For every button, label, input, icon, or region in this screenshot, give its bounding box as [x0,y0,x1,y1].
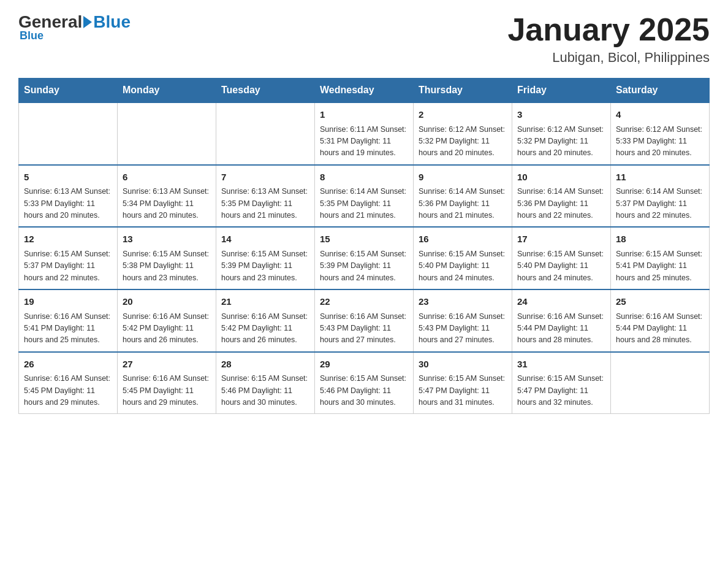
week-row-5: 26Sunrise: 6:16 AM Sunset: 5:45 PM Dayli… [19,352,710,414]
calendar-cell: 27Sunrise: 6:16 AM Sunset: 5:45 PM Dayli… [118,352,216,414]
calendar-cell [118,102,216,165]
calendar-cell: 29Sunrise: 6:15 AM Sunset: 5:46 PM Dayli… [315,352,414,414]
calendar-header-thursday: Thursday [414,79,512,103]
calendar-cell: 5Sunrise: 6:13 AM Sunset: 5:33 PM Daylig… [19,165,118,228]
week-row-1: 1Sunrise: 6:11 AM Sunset: 5:31 PM Daylig… [19,102,710,165]
day-info: Sunrise: 6:16 AM Sunset: 5:44 PM Dayligh… [517,311,605,347]
day-number: 24 [517,295,605,309]
day-number: 10 [517,170,605,185]
day-info: Sunrise: 6:15 AM Sunset: 5:41 PM Dayligh… [616,248,704,284]
calendar-header-friday: Friday [512,79,611,103]
day-info: Sunrise: 6:12 AM Sunset: 5:32 PM Dayligh… [517,124,605,159]
day-info: Sunrise: 6:15 AM Sunset: 5:40 PM Dayligh… [517,248,605,284]
calendar-table: SundayMondayTuesdayWednesdayThursdayFrid… [18,78,710,414]
calendar-cell: 30Sunrise: 6:15 AM Sunset: 5:47 PM Dayli… [414,352,512,414]
day-info: Sunrise: 6:16 AM Sunset: 5:42 PM Dayligh… [123,311,211,347]
day-info: Sunrise: 6:15 AM Sunset: 5:37 PM Dayligh… [24,248,112,284]
day-number: 18 [616,232,704,247]
calendar-cell: 19Sunrise: 6:16 AM Sunset: 5:41 PM Dayli… [19,289,118,352]
day-info: Sunrise: 6:16 AM Sunset: 5:45 PM Dayligh… [24,373,112,408]
day-info: Sunrise: 6:12 AM Sunset: 5:32 PM Dayligh… [419,124,507,159]
day-number: 9 [419,170,507,185]
day-number: 15 [320,232,408,247]
calendar-cell: 4Sunrise: 6:12 AM Sunset: 5:33 PM Daylig… [611,102,710,165]
day-number: 5 [24,170,112,185]
day-number: 25 [616,295,704,309]
week-row-4: 19Sunrise: 6:16 AM Sunset: 5:41 PM Dayli… [19,289,710,352]
day-number: 22 [320,295,408,309]
day-number: 30 [419,358,507,372]
day-info: Sunrise: 6:14 AM Sunset: 5:36 PM Dayligh… [517,186,605,221]
calendar-cell: 26Sunrise: 6:16 AM Sunset: 5:45 PM Dayli… [19,352,118,414]
calendar-cell: 25Sunrise: 6:16 AM Sunset: 5:44 PM Dayli… [611,289,710,352]
day-info: Sunrise: 6:15 AM Sunset: 5:40 PM Dayligh… [419,248,507,284]
month-title: January 2025 [507,12,710,47]
day-info: Sunrise: 6:14 AM Sunset: 5:37 PM Dayligh… [616,186,704,221]
day-info: Sunrise: 6:16 AM Sunset: 5:41 PM Dayligh… [24,311,112,347]
day-info: Sunrise: 6:16 AM Sunset: 5:44 PM Dayligh… [616,311,704,347]
day-number: 29 [320,358,408,372]
day-number: 3 [517,108,605,122]
calendar-cell: 11Sunrise: 6:14 AM Sunset: 5:37 PM Dayli… [611,165,710,228]
day-info: Sunrise: 6:13 AM Sunset: 5:33 PM Dayligh… [24,186,112,221]
day-info: Sunrise: 6:14 AM Sunset: 5:36 PM Dayligh… [419,186,507,221]
day-info: Sunrise: 6:16 AM Sunset: 5:42 PM Dayligh… [221,311,309,347]
calendar-cell: 20Sunrise: 6:16 AM Sunset: 5:42 PM Dayli… [118,289,216,352]
page-header: GeneralBlue Blue January 2025 Lubigan, B… [18,12,710,66]
calendar-cell: 17Sunrise: 6:15 AM Sunset: 5:40 PM Dayli… [512,227,611,289]
calendar-cell: 16Sunrise: 6:15 AM Sunset: 5:40 PM Dayli… [414,227,512,289]
calendar-cell: 10Sunrise: 6:14 AM Sunset: 5:36 PM Dayli… [512,165,611,228]
day-info: Sunrise: 6:16 AM Sunset: 5:45 PM Dayligh… [123,373,211,408]
day-number: 4 [616,108,704,122]
logo-blue: Blue [93,12,131,32]
calendar-cell: 18Sunrise: 6:15 AM Sunset: 5:41 PM Dayli… [611,227,710,289]
day-info: Sunrise: 6:13 AM Sunset: 5:34 PM Dayligh… [123,186,211,221]
calendar-cell: 24Sunrise: 6:16 AM Sunset: 5:44 PM Dayli… [512,289,611,352]
calendar-header-saturday: Saturday [611,79,710,103]
day-info: Sunrise: 6:15 AM Sunset: 5:38 PM Dayligh… [123,248,211,284]
calendar-cell: 1Sunrise: 6:11 AM Sunset: 5:31 PM Daylig… [315,102,414,165]
day-info: Sunrise: 6:15 AM Sunset: 5:47 PM Dayligh… [419,373,507,408]
calendar-cell [19,102,118,165]
location-title: Lubigan, Bicol, Philippines [507,50,710,66]
calendar-cell: 7Sunrise: 6:13 AM Sunset: 5:35 PM Daylig… [216,165,315,228]
calendar-cell: 22Sunrise: 6:16 AM Sunset: 5:43 PM Dayli… [315,289,414,352]
calendar-cell: 14Sunrise: 6:15 AM Sunset: 5:39 PM Dayli… [216,227,315,289]
day-number: 21 [221,295,309,309]
day-number: 13 [123,232,211,247]
calendar-cell: 23Sunrise: 6:16 AM Sunset: 5:43 PM Dayli… [414,289,512,352]
day-info: Sunrise: 6:12 AM Sunset: 5:33 PM Dayligh… [616,124,704,159]
calendar-header-tuesday: Tuesday [216,79,315,103]
day-number: 23 [419,295,507,309]
day-number: 12 [24,232,112,247]
calendar-cell: 2Sunrise: 6:12 AM Sunset: 5:32 PM Daylig… [414,102,512,165]
calendar-header-wednesday: Wednesday [315,79,414,103]
day-number: 2 [419,108,507,122]
calendar-cell: 15Sunrise: 6:15 AM Sunset: 5:39 PM Dayli… [315,227,414,289]
day-info: Sunrise: 6:15 AM Sunset: 5:46 PM Dayligh… [320,373,408,408]
day-number: 6 [123,170,211,185]
day-number: 28 [221,358,309,372]
day-info: Sunrise: 6:14 AM Sunset: 5:35 PM Dayligh… [320,186,408,221]
day-info: Sunrise: 6:11 AM Sunset: 5:31 PM Dayligh… [320,124,408,159]
day-info: Sunrise: 6:13 AM Sunset: 5:35 PM Dayligh… [221,186,309,221]
calendar-cell: 8Sunrise: 6:14 AM Sunset: 5:35 PM Daylig… [315,165,414,228]
day-number: 17 [517,232,605,247]
day-number: 31 [517,358,605,372]
calendar-cell: 6Sunrise: 6:13 AM Sunset: 5:34 PM Daylig… [118,165,216,228]
calendar-cell: 3Sunrise: 6:12 AM Sunset: 5:32 PM Daylig… [512,102,611,165]
day-number: 26 [24,358,112,372]
calendar-header-row: SundayMondayTuesdayWednesdayThursdayFrid… [19,79,710,103]
calendar-cell: 31Sunrise: 6:15 AM Sunset: 5:47 PM Dayli… [512,352,611,414]
calendar-cell [216,102,315,165]
calendar-cell: 28Sunrise: 6:15 AM Sunset: 5:46 PM Dayli… [216,352,315,414]
calendar-cell: 13Sunrise: 6:15 AM Sunset: 5:38 PM Dayli… [118,227,216,289]
day-number: 14 [221,232,309,247]
day-number: 16 [419,232,507,247]
week-row-2: 5Sunrise: 6:13 AM Sunset: 5:33 PM Daylig… [19,165,710,228]
calendar-header-monday: Monday [118,79,216,103]
day-number: 19 [24,295,112,309]
logo-tagline: Blue [20,29,44,42]
day-number: 8 [320,170,408,185]
day-info: Sunrise: 6:15 AM Sunset: 5:39 PM Dayligh… [320,248,408,284]
